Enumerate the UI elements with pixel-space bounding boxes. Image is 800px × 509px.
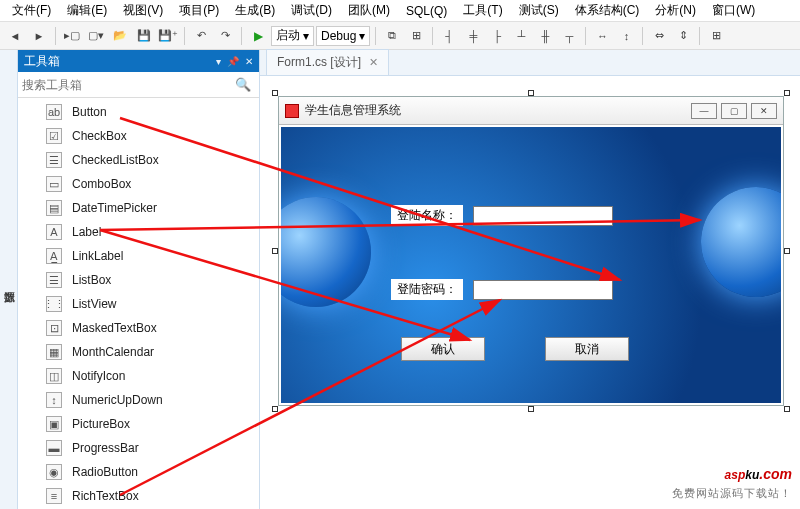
- globe-image: [281, 197, 371, 307]
- undo-icon[interactable]: ↶: [190, 25, 212, 47]
- toolbox-item-label[interactable]: ALabel: [18, 220, 259, 244]
- start-debug-icon[interactable]: ▶: [247, 25, 269, 47]
- grid-icon[interactable]: ⊞: [705, 25, 727, 47]
- size-height-icon[interactable]: ⇕: [672, 25, 694, 47]
- toolbox-item-label: NotifyIcon: [72, 369, 125, 383]
- form-body[interactable]: 登陆名称： 登陆密码： 确认 取消: [281, 127, 781, 403]
- control-icon: ▦: [46, 344, 62, 360]
- label-password[interactable]: 登陆密码：: [391, 279, 463, 300]
- toolbox-list: abButton☑CheckBox☰CheckedListBox▭ComboBo…: [18, 98, 259, 509]
- search-input[interactable]: [22, 78, 231, 92]
- toolbox-item-numericupdown[interactable]: ↕NumericUpDown: [18, 388, 259, 412]
- tab-form1[interactable]: Form1.cs [设计] ✕: [266, 49, 389, 75]
- toolbox-title: 工具箱: [24, 53, 60, 70]
- start-button[interactable]: 启动 ▾: [271, 26, 314, 46]
- align-center-icon[interactable]: ╪: [462, 25, 484, 47]
- align-mid-icon[interactable]: ╫: [534, 25, 556, 47]
- menu-analyze[interactable]: 分析(N): [647, 0, 704, 21]
- menu-view[interactable]: 视图(V): [115, 0, 171, 21]
- title-bar: 学生信息管理系统 — ▢ ✕: [279, 97, 783, 125]
- control-icon: ≡: [46, 488, 62, 504]
- toolbox-item-label: ListBox: [72, 273, 111, 287]
- toolbox-header: 工具箱 ▾ 📌 ✕: [18, 50, 259, 72]
- dropdown-icon[interactable]: ▾: [216, 56, 221, 67]
- size-width-icon[interactable]: ⇔: [648, 25, 670, 47]
- nav-fwd-icon[interactable]: ►: [28, 25, 50, 47]
- menu-sql[interactable]: SQL(Q): [398, 2, 455, 20]
- tab-order-icon[interactable]: ⊞: [405, 25, 427, 47]
- menu-build[interactable]: 生成(B): [227, 0, 283, 21]
- toolbox-item-notifyicon[interactable]: ◫NotifyIcon: [18, 364, 259, 388]
- textbox-password[interactable]: [473, 280, 613, 300]
- close-icon[interactable]: ✕: [751, 103, 777, 119]
- toolbox-item-label: ListView: [72, 297, 116, 311]
- toolbox-item-listbox[interactable]: ☰ListBox: [18, 268, 259, 292]
- control-icon: ☰: [46, 152, 62, 168]
- toolbox-item-button[interactable]: abButton: [18, 100, 259, 124]
- toolbox-item-maskedtextbox[interactable]: ⊡MaskedTextBox: [18, 316, 259, 340]
- save-icon[interactable]: 💾: [133, 25, 155, 47]
- control-icon: ▤: [46, 200, 62, 216]
- add-item-icon[interactable]: ▢▾: [85, 25, 107, 47]
- align-bot-icon[interactable]: ┬: [558, 25, 580, 47]
- designer-surface: Form1.cs [设计] ✕ 学生信息管理系统 — ▢ ✕: [260, 50, 800, 509]
- minimize-icon[interactable]: —: [691, 103, 717, 119]
- align-right-icon[interactable]: ├: [486, 25, 508, 47]
- toolbox-panel: 工具箱 ▾ 📌 ✕ 🔍 abButton☑CheckBox☰CheckedLis…: [18, 50, 260, 509]
- toolbox-item-monthcalendar[interactable]: ▦MonthCalendar: [18, 340, 259, 364]
- menu-window[interactable]: 窗口(W): [704, 0, 763, 21]
- open-icon[interactable]: 📂: [109, 25, 131, 47]
- app-icon: [285, 104, 299, 118]
- close-icon[interactable]: ✕: [369, 56, 378, 69]
- redo-icon[interactable]: ↷: [214, 25, 236, 47]
- maximize-icon[interactable]: ▢: [721, 103, 747, 119]
- nav-back-icon[interactable]: ◄: [4, 25, 26, 47]
- toolbox-item-checkedlistbox[interactable]: ☰CheckedListBox: [18, 148, 259, 172]
- config-select[interactable]: Debug ▾: [316, 26, 370, 46]
- toolbox-item-radiobutton[interactable]: ◉RadioButton: [18, 460, 259, 484]
- close-icon[interactable]: ✕: [245, 56, 253, 67]
- menu-file[interactable]: 文件(F): [4, 0, 59, 21]
- vspace-icon[interactable]: ↕: [615, 25, 637, 47]
- toolbox-item-listview[interactable]: ⋮⋮ListView: [18, 292, 259, 316]
- toolbox-item-label: MonthCalendar: [72, 345, 154, 359]
- control-icon: ◫: [46, 368, 62, 384]
- toolbox-search: 🔍: [18, 72, 259, 98]
- menu-edit[interactable]: 编辑(E): [59, 0, 115, 21]
- toolbox-item-label: CheckedListBox: [72, 153, 159, 167]
- toolbox-item-combobox[interactable]: ▭ComboBox: [18, 172, 259, 196]
- chevron-down-icon: ▾: [359, 29, 365, 43]
- menu-test[interactable]: 测试(S): [511, 0, 567, 21]
- cancel-button[interactable]: 取消: [545, 337, 629, 361]
- toolbox-item-label: PictureBox: [72, 417, 130, 431]
- pin-icon[interactable]: 📌: [227, 56, 239, 67]
- toolbox-item-checkbox[interactable]: ☑CheckBox: [18, 124, 259, 148]
- toolbox-item-progressbar[interactable]: ▬ProgressBar: [18, 436, 259, 460]
- form-canvas[interactable]: 学生信息管理系统 — ▢ ✕ 登陆名称： 登陆密码：: [278, 96, 784, 406]
- chevron-down-icon: ▾: [303, 29, 309, 43]
- toolbox-item-label: RadioButton: [72, 465, 138, 479]
- ok-button[interactable]: 确认: [401, 337, 485, 361]
- textbox-username[interactable]: [473, 206, 613, 226]
- control-icon: ◉: [46, 464, 62, 480]
- new-project-icon[interactable]: ▸▢: [61, 25, 83, 47]
- menu-project[interactable]: 项目(P): [171, 0, 227, 21]
- layout-icon[interactable]: ⧉: [381, 25, 403, 47]
- search-icon[interactable]: 🔍: [231, 77, 255, 92]
- menu-team[interactable]: 团队(M): [340, 0, 398, 21]
- hspace-icon[interactable]: ↔: [591, 25, 613, 47]
- align-left-icon[interactable]: ┤: [438, 25, 460, 47]
- toolbox-item-datetimepicker[interactable]: ▤DateTimePicker: [18, 196, 259, 220]
- align-top-icon[interactable]: ┴: [510, 25, 532, 47]
- menu-tools[interactable]: 工具(T): [455, 0, 510, 21]
- toolbox-item-linklabel[interactable]: A̲LinkLabel: [18, 244, 259, 268]
- label-username[interactable]: 登陆名称：: [391, 205, 463, 226]
- menu-arch[interactable]: 体系结构(C): [567, 0, 648, 21]
- window-title: 学生信息管理系统: [305, 102, 685, 119]
- control-icon: ☰: [46, 272, 62, 288]
- save-all-icon[interactable]: 💾⁺: [157, 25, 179, 47]
- toolbox-item-picturebox[interactable]: ▣PictureBox: [18, 412, 259, 436]
- toolbox-item-richtextbox[interactable]: ≡RichTextBox: [18, 484, 259, 508]
- menu-debug[interactable]: 调试(D): [283, 0, 340, 21]
- side-tab-datasource[interactable]: 数据源: [0, 50, 18, 509]
